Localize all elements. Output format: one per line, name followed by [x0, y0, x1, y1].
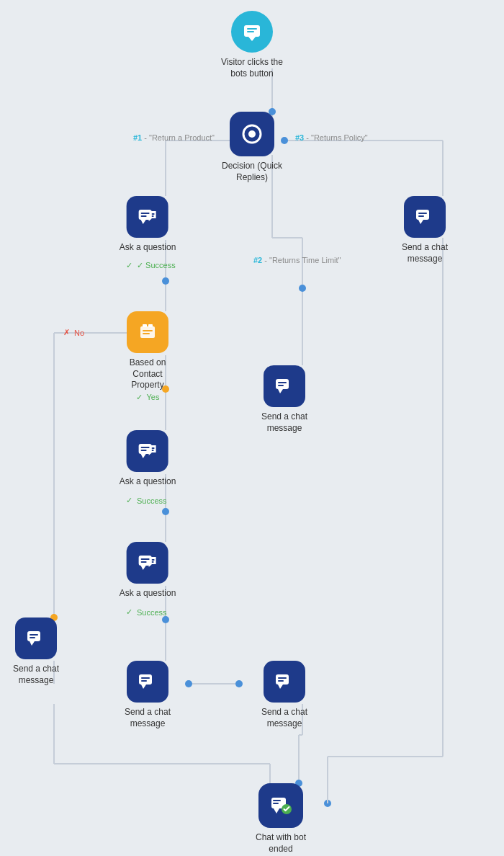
svg-rect-87 — [278, 680, 284, 682]
svg-rect-48 — [141, 215, 147, 217]
ask1-label: Ask a question — [120, 242, 176, 254]
svg-rect-60 — [276, 379, 289, 389]
decision-edge-label-2: #2 - "Returns Time Limit" — [253, 256, 341, 264]
svg-rect-63 — [278, 385, 284, 386]
send-left-label: Send a chat message — [4, 664, 68, 686]
ask1-success-label: ✓✓ Success — [126, 261, 176, 270]
decision-node[interactable]: Decision (Quick Replies) — [220, 112, 284, 183]
ask1-icon — [127, 196, 168, 238]
svg-rect-76 — [27, 631, 40, 641]
svg-marker-46 — [141, 220, 146, 224]
svg-rect-72 — [141, 558, 150, 560]
svg-rect-73 — [141, 561, 147, 563]
ask2-node[interactable]: Ask a question — [120, 430, 176, 488]
ask2-label: Ask a question — [120, 476, 176, 488]
ask3-success-label: ✓ Success — [126, 607, 167, 617]
svg-rect-82 — [141, 677, 150, 679]
svg-rect-57 — [148, 324, 153, 327]
send-right-top-icon — [404, 196, 446, 238]
svg-rect-68 — [152, 447, 155, 449]
svg-rect-45 — [139, 210, 152, 220]
ask3-icon — [127, 542, 168, 584]
send-right-top-node[interactable]: Send a chat message — [392, 196, 457, 264]
send-mid-label: Send a chat message — [252, 411, 317, 434]
ask2-success-label: ✓ Success — [126, 496, 167, 505]
svg-point-13 — [299, 285, 306, 292]
contact-no-label: ✗ No — [63, 328, 84, 337]
svg-rect-79 — [30, 637, 35, 638]
flow-canvas: Visitor clicks the bots button Decision … — [0, 0, 504, 856]
svg-rect-41 — [247, 28, 257, 30]
svg-marker-71 — [141, 566, 146, 570]
svg-rect-56 — [143, 324, 147, 327]
svg-rect-51 — [416, 210, 429, 220]
svg-point-22 — [162, 616, 169, 623]
send-right-top-label: Send a chat message — [392, 242, 457, 264]
svg-rect-58 — [143, 330, 153, 331]
send-bottom-right-icon — [264, 661, 305, 703]
contact-property-icon — [127, 311, 168, 353]
svg-marker-77 — [30, 641, 35, 646]
svg-rect-54 — [418, 215, 424, 217]
send-bottom-right-node[interactable]: Send a chat message — [252, 661, 317, 729]
svg-rect-55 — [140, 326, 155, 338]
svg-marker-61 — [278, 389, 283, 393]
contact-yes-label: ✓ Yes — [136, 393, 160, 402]
send-left-node[interactable]: Send a chat message — [4, 618, 68, 686]
svg-point-24 — [185, 680, 192, 687]
ask3-label: Ask a question — [120, 588, 176, 599]
svg-rect-78 — [30, 634, 38, 636]
svg-marker-52 — [418, 220, 423, 224]
decision-icon — [230, 112, 274, 156]
svg-rect-69 — [152, 450, 154, 451]
contact-property-node[interactable]: Based on Contact Property ✓ Yes — [115, 311, 180, 402]
svg-marker-85 — [278, 685, 283, 689]
send-mid-node[interactable]: Send a chat message — [252, 365, 317, 434]
svg-rect-49 — [152, 213, 155, 215]
svg-rect-70 — [139, 556, 152, 566]
svg-point-25 — [235, 680, 243, 687]
trigger-node[interactable]: Visitor clicks the bots button — [220, 11, 284, 79]
svg-point-31 — [324, 800, 331, 807]
svg-rect-86 — [278, 677, 287, 679]
svg-rect-47 — [141, 213, 150, 214]
contact-property-label: Based on Contact Property — [115, 357, 180, 391]
svg-point-44 — [248, 130, 256, 138]
svg-point-9 — [162, 277, 169, 285]
svg-rect-75 — [152, 561, 154, 563]
send-left-icon — [15, 618, 57, 659]
end-node[interactable]: Chat with bot ended — [248, 783, 313, 855]
svg-marker-81 — [141, 685, 146, 689]
send-bottom-left-label: Send a chat message — [115, 707, 180, 729]
svg-marker-89 — [274, 808, 279, 813]
decision-edge-label-1: #1 - "Return a Product" — [133, 133, 215, 142]
svg-point-20 — [162, 508, 169, 515]
send-mid-icon — [264, 365, 305, 407]
ask3-node[interactable]: Ask a question — [120, 542, 176, 599]
send-bottom-right-label: Send a chat message — [252, 707, 317, 729]
decision-label: Decision (Quick Replies) — [220, 161, 284, 183]
svg-rect-62 — [278, 382, 287, 383]
svg-marker-65 — [141, 454, 146, 458]
decision-edge-label-3: #3 - "Returns Policy" — [295, 133, 368, 142]
svg-marker-40 — [248, 37, 256, 41]
svg-rect-59 — [143, 333, 150, 334]
end-label: Chat with bot ended — [248, 832, 313, 855]
svg-rect-66 — [141, 447, 150, 448]
ask1-node[interactable]: Ask a question — [120, 196, 176, 254]
svg-rect-64 — [139, 444, 152, 454]
trigger-label: Visitor clicks the bots button — [220, 57, 284, 79]
ask2-icon — [127, 430, 168, 472]
svg-rect-83 — [141, 680, 147, 682]
svg-rect-80 — [139, 674, 152, 685]
svg-rect-74 — [152, 559, 155, 561]
svg-rect-50 — [152, 215, 154, 217]
svg-rect-53 — [418, 213, 427, 214]
svg-rect-67 — [141, 450, 147, 451]
svg-rect-42 — [247, 31, 254, 32]
send-bottom-left-icon — [127, 661, 168, 703]
send-bottom-left-node[interactable]: Send a chat message — [115, 661, 180, 729]
trigger-icon — [231, 11, 273, 53]
end-icon — [258, 783, 303, 828]
svg-rect-84 — [276, 674, 289, 685]
